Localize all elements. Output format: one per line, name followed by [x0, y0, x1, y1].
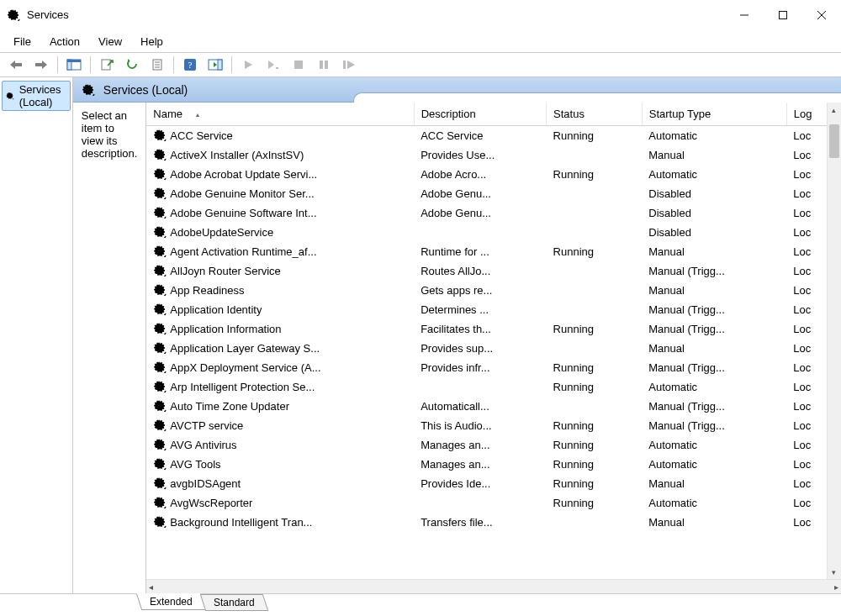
forward-button[interactable] [30, 55, 52, 75]
service-description: Adobe Acro... [414, 165, 546, 184]
restart-service-button[interactable] [338, 55, 360, 75]
svg-text:?: ? [188, 60, 193, 70]
service-startup: Manual [642, 474, 786, 493]
start-service-with-params-button[interactable] [262, 55, 284, 75]
service-startup: Automatic [642, 435, 786, 455]
gear-icon [153, 187, 167, 200]
service-row[interactable]: Adobe Genuine Monitor Ser...Adobe Genu..… [146, 184, 840, 203]
service-name: AVCTP service [170, 419, 243, 432]
service-startup: Disabled [642, 184, 786, 203]
column-header-startup[interactable]: Startup Type [642, 103, 786, 126]
service-startup: Automatic [642, 377, 786, 397]
scroll-right-icon[interactable]: ▸ [834, 582, 838, 592]
tree-item-services-local[interactable]: Services (Local) [2, 81, 71, 111]
service-row[interactable]: ActiveX Installer (AxInstSV)Provides Use… [146, 145, 840, 165]
service-startup: Manual [642, 281, 786, 300]
export-list-button[interactable] [96, 55, 118, 75]
menu-action[interactable]: Action [41, 33, 88, 50]
service-status: Running [547, 319, 643, 339]
service-description: Runtime for ... [414, 242, 546, 261]
tree-item-label: Services (Local) [19, 83, 66, 108]
close-button[interactable] [802, 0, 841, 30]
console-tree[interactable]: Services (Local) [0, 77, 73, 593]
service-status [547, 203, 643, 223]
service-description: Gets apps re... [414, 281, 546, 300]
minimize-button[interactable] [725, 0, 764, 30]
service-name: Agent Activation Runtime_af... [170, 245, 316, 258]
stop-service-button[interactable] [288, 55, 309, 75]
svg-rect-19 [320, 61, 323, 69]
service-row[interactable]: Application Layer Gateway S...Provides s… [146, 339, 840, 358]
start-service-button[interactable] [237, 55, 259, 75]
service-description: Transfers file... [414, 513, 546, 532]
service-name: Adobe Genuine Software Int... [170, 207, 316, 219]
service-status [547, 513, 643, 532]
service-row[interactable]: ACC ServiceACC ServiceRunningAutomaticLo… [146, 126, 840, 145]
service-status: Running [547, 242, 643, 261]
service-row[interactable]: Background Intelligent Tran...Transfers … [146, 513, 840, 532]
service-row[interactable]: Agent Activation Runtime_af...Runtime fo… [146, 242, 840, 261]
vertical-scrollbar[interactable]: ▴ ▾ [827, 103, 841, 579]
service-row[interactable]: Adobe Acrobat Update Servi...Adobe Acro.… [146, 165, 840, 184]
scroll-left-icon[interactable]: ◂ [149, 582, 153, 592]
tab-extended[interactable]: Extended [136, 593, 206, 610]
service-row[interactable]: App ReadinessGets apps re...ManualLoc [146, 281, 840, 300]
service-startup: Automatic [642, 493, 786, 513]
column-header-description[interactable]: Description [414, 103, 546, 126]
refresh-button[interactable] [121, 55, 143, 75]
service-description [414, 493, 546, 513]
service-description: Facilitates th... [414, 319, 546, 339]
gear-icon [153, 283, 167, 297]
svg-rect-17 [276, 67, 278, 69]
service-startup: Automatic [642, 165, 786, 184]
properties-button[interactable] [146, 55, 168, 75]
service-row[interactable]: Auto Time Zone UpdaterAutomaticall...Man… [146, 397, 840, 416]
service-row[interactable]: AvgWscReporterRunningAutomaticLoc [146, 493, 840, 513]
service-name: Adobe Acrobat Update Servi... [170, 168, 317, 181]
service-row[interactable]: Arp Intelligent Protection Se...RunningA… [146, 377, 840, 397]
menu-file[interactable]: File [5, 33, 40, 50]
service-name: Auto Time Zone Updater [170, 400, 289, 413]
pause-service-button[interactable] [313, 55, 335, 75]
scroll-thumb[interactable] [829, 124, 839, 158]
column-header-name[interactable]: Name▴ [146, 103, 414, 126]
svg-rect-2 [780, 12, 787, 19]
action-pane-button[interactable] [204, 55, 226, 75]
service-row[interactable]: AllJoyn Router ServiceRoutes AllJo...Man… [146, 261, 840, 281]
service-description: Determines ... [414, 300, 546, 319]
service-row[interactable]: AVCTP serviceThis is Audio...RunningManu… [146, 416, 840, 435]
service-description: This is Audio... [414, 416, 546, 435]
svg-rect-7 [67, 60, 81, 62]
service-name: Arp Intelligent Protection Se... [170, 381, 315, 393]
gear-icon [153, 148, 167, 161]
service-row[interactable]: avgbIDSAgentProvides Ide...RunningManual… [146, 474, 840, 493]
view-tabs: Extended Standard [0, 594, 841, 616]
svg-rect-20 [325, 61, 328, 69]
horizontal-scrollbar[interactable]: ◂ ▸ [146, 579, 841, 593]
column-header-status[interactable]: Status [547, 103, 643, 126]
service-status: Running [547, 165, 643, 184]
tab-standard[interactable]: Standard [199, 594, 267, 611]
service-row[interactable]: Application InformationFacilitates th...… [146, 319, 840, 339]
services-list[interactable]: Name▴ Description Status Startup Type Lo… [146, 103, 841, 593]
service-row[interactable]: AVG ToolsManages an...RunningAutomaticLo… [146, 455, 840, 474]
maximize-button[interactable] [764, 0, 802, 30]
gear-icon [153, 206, 167, 219]
scroll-down-icon[interactable]: ▾ [828, 565, 841, 579]
help-button[interactable]: ? [179, 55, 201, 75]
service-startup: Manual (Trigg... [642, 416, 786, 435]
service-name: AllJoyn Router Service [170, 265, 281, 277]
service-description [414, 377, 546, 397]
service-description: ACC Service [414, 126, 546, 145]
service-row[interactable]: Application IdentityDetermines ...Manual… [146, 300, 840, 319]
service-row[interactable]: AVG AntivirusManages an...RunningAutomat… [146, 435, 840, 455]
menu-view[interactable]: View [90, 33, 130, 50]
service-row[interactable]: AdobeUpdateServiceDisabledLoc [146, 223, 840, 242]
menu-help[interactable]: Help [132, 33, 172, 50]
show-hide-tree-button[interactable] [63, 55, 85, 75]
service-row[interactable]: Adobe Genuine Software Int...Adobe Genu.… [146, 203, 840, 223]
service-status: Running [547, 455, 643, 474]
service-row[interactable]: AppX Deployment Service (A...Provides in… [146, 358, 840, 377]
scroll-up-icon[interactable]: ▴ [828, 103, 841, 117]
back-button[interactable] [5, 55, 27, 75]
